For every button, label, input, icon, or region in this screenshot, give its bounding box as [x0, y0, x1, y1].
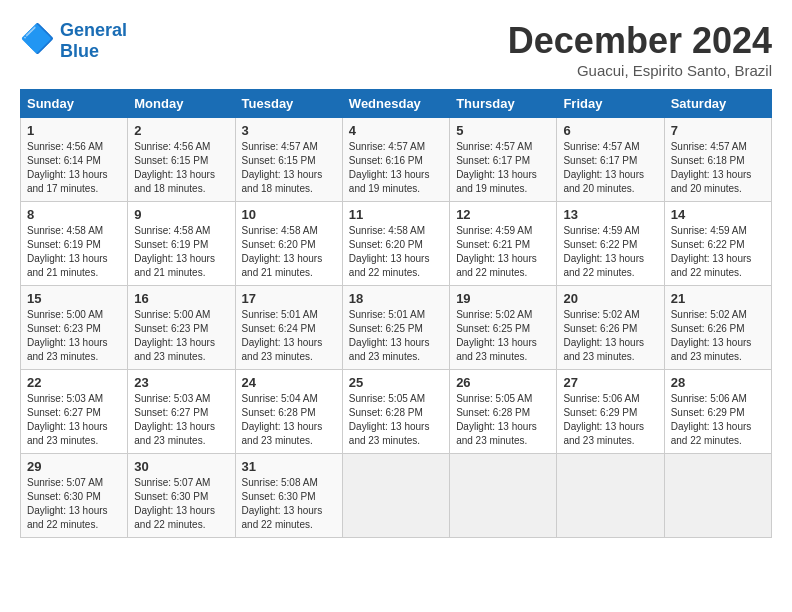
day-number: 8 [27, 207, 121, 222]
day-info: Sunrise: 5:00 AM Sunset: 6:23 PM Dayligh… [134, 308, 228, 364]
calendar-cell: 25Sunrise: 5:05 AM Sunset: 6:28 PM Dayli… [342, 370, 449, 454]
month-title: December 2024 [508, 20, 772, 62]
day-number: 23 [134, 375, 228, 390]
logo-line1: General [60, 20, 127, 41]
calendar-cell: 16Sunrise: 5:00 AM Sunset: 6:23 PM Dayli… [128, 286, 235, 370]
day-number: 27 [563, 375, 657, 390]
day-info: Sunrise: 4:56 AM Sunset: 6:15 PM Dayligh… [134, 140, 228, 196]
calendar-cell: 22Sunrise: 5:03 AM Sunset: 6:27 PM Dayli… [21, 370, 128, 454]
logo-line2: Blue [60, 41, 127, 62]
day-info: Sunrise: 5:03 AM Sunset: 6:27 PM Dayligh… [134, 392, 228, 448]
day-info: Sunrise: 5:01 AM Sunset: 6:24 PM Dayligh… [242, 308, 336, 364]
day-info: Sunrise: 5:02 AM Sunset: 6:26 PM Dayligh… [671, 308, 765, 364]
calendar-cell [342, 454, 449, 538]
page-header: 🔷 General Blue December 2024 Guacui, Esp… [20, 20, 772, 79]
day-number: 30 [134, 459, 228, 474]
day-info: Sunrise: 4:59 AM Sunset: 6:21 PM Dayligh… [456, 224, 550, 280]
day-info: Sunrise: 5:01 AM Sunset: 6:25 PM Dayligh… [349, 308, 443, 364]
day-number: 24 [242, 375, 336, 390]
day-info: Sunrise: 4:57 AM Sunset: 6:17 PM Dayligh… [456, 140, 550, 196]
calendar-cell: 19Sunrise: 5:02 AM Sunset: 6:25 PM Dayli… [450, 286, 557, 370]
calendar-cell: 14Sunrise: 4:59 AM Sunset: 6:22 PM Dayli… [664, 202, 771, 286]
calendar-cell: 20Sunrise: 5:02 AM Sunset: 6:26 PM Dayli… [557, 286, 664, 370]
calendar-cell: 2Sunrise: 4:56 AM Sunset: 6:15 PM Daylig… [128, 118, 235, 202]
calendar-cell: 11Sunrise: 4:58 AM Sunset: 6:20 PM Dayli… [342, 202, 449, 286]
col-wednesday: Wednesday [342, 90, 449, 118]
calendar-week-5: 29Sunrise: 5:07 AM Sunset: 6:30 PM Dayli… [21, 454, 772, 538]
day-number: 6 [563, 123, 657, 138]
col-tuesday: Tuesday [235, 90, 342, 118]
day-info: Sunrise: 5:06 AM Sunset: 6:29 PM Dayligh… [563, 392, 657, 448]
day-number: 7 [671, 123, 765, 138]
calendar-cell: 30Sunrise: 5:07 AM Sunset: 6:30 PM Dayli… [128, 454, 235, 538]
calendar-week-4: 22Sunrise: 5:03 AM Sunset: 6:27 PM Dayli… [21, 370, 772, 454]
day-number: 1 [27, 123, 121, 138]
calendar-cell: 28Sunrise: 5:06 AM Sunset: 6:29 PM Dayli… [664, 370, 771, 454]
calendar-cell: 5Sunrise: 4:57 AM Sunset: 6:17 PM Daylig… [450, 118, 557, 202]
col-friday: Friday [557, 90, 664, 118]
location-subtitle: Guacui, Espirito Santo, Brazil [508, 62, 772, 79]
day-number: 14 [671, 207, 765, 222]
calendar-cell: 3Sunrise: 4:57 AM Sunset: 6:15 PM Daylig… [235, 118, 342, 202]
title-block: December 2024 Guacui, Espirito Santo, Br… [508, 20, 772, 79]
day-number: 4 [349, 123, 443, 138]
day-info: Sunrise: 5:05 AM Sunset: 6:28 PM Dayligh… [349, 392, 443, 448]
svg-text:🔷: 🔷 [20, 22, 55, 55]
calendar-cell: 29Sunrise: 5:07 AM Sunset: 6:30 PM Dayli… [21, 454, 128, 538]
day-info: Sunrise: 4:57 AM Sunset: 6:15 PM Dayligh… [242, 140, 336, 196]
calendar-cell: 12Sunrise: 4:59 AM Sunset: 6:21 PM Dayli… [450, 202, 557, 286]
day-info: Sunrise: 5:03 AM Sunset: 6:27 PM Dayligh… [27, 392, 121, 448]
calendar-cell: 15Sunrise: 5:00 AM Sunset: 6:23 PM Dayli… [21, 286, 128, 370]
day-info: Sunrise: 5:07 AM Sunset: 6:30 PM Dayligh… [27, 476, 121, 532]
day-info: Sunrise: 5:06 AM Sunset: 6:29 PM Dayligh… [671, 392, 765, 448]
calendar-cell: 26Sunrise: 5:05 AM Sunset: 6:28 PM Dayli… [450, 370, 557, 454]
col-thursday: Thursday [450, 90, 557, 118]
day-number: 18 [349, 291, 443, 306]
logo-bird-icon: 🔷 [20, 20, 58, 58]
day-info: Sunrise: 5:05 AM Sunset: 6:28 PM Dayligh… [456, 392, 550, 448]
calendar-cell: 18Sunrise: 5:01 AM Sunset: 6:25 PM Dayli… [342, 286, 449, 370]
day-number: 11 [349, 207, 443, 222]
calendar-cell: 1Sunrise: 4:56 AM Sunset: 6:14 PM Daylig… [21, 118, 128, 202]
calendar-cell [664, 454, 771, 538]
day-number: 21 [671, 291, 765, 306]
calendar-cell [557, 454, 664, 538]
day-number: 31 [242, 459, 336, 474]
day-info: Sunrise: 4:57 AM Sunset: 6:16 PM Dayligh… [349, 140, 443, 196]
day-info: Sunrise: 4:59 AM Sunset: 6:22 PM Dayligh… [563, 224, 657, 280]
calendar-cell: 21Sunrise: 5:02 AM Sunset: 6:26 PM Dayli… [664, 286, 771, 370]
logo: 🔷 General Blue [20, 20, 127, 62]
calendar-cell: 10Sunrise: 4:58 AM Sunset: 6:20 PM Dayli… [235, 202, 342, 286]
calendar-week-3: 15Sunrise: 5:00 AM Sunset: 6:23 PM Dayli… [21, 286, 772, 370]
day-info: Sunrise: 5:00 AM Sunset: 6:23 PM Dayligh… [27, 308, 121, 364]
calendar-cell: 7Sunrise: 4:57 AM Sunset: 6:18 PM Daylig… [664, 118, 771, 202]
day-number: 25 [349, 375, 443, 390]
day-info: Sunrise: 4:57 AM Sunset: 6:17 PM Dayligh… [563, 140, 657, 196]
calendar-header-row: Sunday Monday Tuesday Wednesday Thursday… [21, 90, 772, 118]
day-number: 12 [456, 207, 550, 222]
day-info: Sunrise: 4:56 AM Sunset: 6:14 PM Dayligh… [27, 140, 121, 196]
day-number: 17 [242, 291, 336, 306]
calendar-week-2: 8Sunrise: 4:58 AM Sunset: 6:19 PM Daylig… [21, 202, 772, 286]
day-info: Sunrise: 4:58 AM Sunset: 6:19 PM Dayligh… [134, 224, 228, 280]
day-number: 2 [134, 123, 228, 138]
day-number: 28 [671, 375, 765, 390]
day-info: Sunrise: 4:58 AM Sunset: 6:19 PM Dayligh… [27, 224, 121, 280]
calendar-cell: 23Sunrise: 5:03 AM Sunset: 6:27 PM Dayli… [128, 370, 235, 454]
day-number: 5 [456, 123, 550, 138]
day-number: 9 [134, 207, 228, 222]
calendar-cell: 31Sunrise: 5:08 AM Sunset: 6:30 PM Dayli… [235, 454, 342, 538]
day-info: Sunrise: 5:07 AM Sunset: 6:30 PM Dayligh… [134, 476, 228, 532]
col-monday: Monday [128, 90, 235, 118]
calendar-cell: 4Sunrise: 4:57 AM Sunset: 6:16 PM Daylig… [342, 118, 449, 202]
day-number: 16 [134, 291, 228, 306]
day-info: Sunrise: 5:04 AM Sunset: 6:28 PM Dayligh… [242, 392, 336, 448]
col-sunday: Sunday [21, 90, 128, 118]
day-number: 22 [27, 375, 121, 390]
day-number: 26 [456, 375, 550, 390]
calendar-cell: 24Sunrise: 5:04 AM Sunset: 6:28 PM Dayli… [235, 370, 342, 454]
day-info: Sunrise: 5:08 AM Sunset: 6:30 PM Dayligh… [242, 476, 336, 532]
day-info: Sunrise: 4:57 AM Sunset: 6:18 PM Dayligh… [671, 140, 765, 196]
calendar-cell: 13Sunrise: 4:59 AM Sunset: 6:22 PM Dayli… [557, 202, 664, 286]
day-info: Sunrise: 4:59 AM Sunset: 6:22 PM Dayligh… [671, 224, 765, 280]
